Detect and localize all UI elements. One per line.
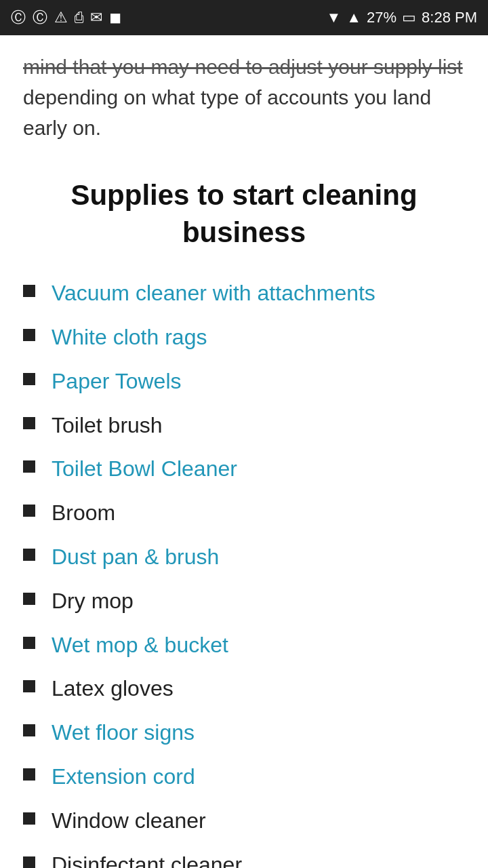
bullet-icon: [23, 593, 35, 605]
main-content: mind that you may need to adjust your su…: [0, 35, 488, 868]
intro-strikethrough: mind that you may need to adjust your su…: [23, 35, 465, 82]
list-item-text[interactable]: Toilet Bowl Cleaner: [52, 454, 237, 484]
list-item-text[interactable]: Wet floor signs: [52, 717, 195, 748]
status-bar-icons: Ⓒ Ⓒ ⚠ ⎙ ✉ ◼: [11, 7, 121, 28]
list-item: Toilet Bowl Cleaner: [23, 447, 465, 491]
list-item: Broom: [23, 491, 465, 535]
list-item: Wet floor signs: [23, 711, 465, 755]
supply-list: Vacuum cleaner with attachmentsWhite clo…: [23, 271, 465, 868]
list-item-text[interactable]: Wet mop & bucket: [52, 630, 228, 660]
list-item: Latex gloves: [23, 667, 465, 711]
bullet-icon: [23, 724, 35, 736]
list-item: Extension cord: [23, 755, 465, 799]
clipboard-icon: ⎙: [75, 9, 83, 26]
battery-level: 27%: [367, 9, 396, 26]
bullet-icon: [23, 373, 35, 385]
pinterest-icon-2: Ⓒ: [33, 7, 47, 28]
bullet-icon: [23, 329, 35, 341]
bullet-icon: [23, 637, 35, 649]
bullet-icon: [23, 768, 35, 781]
alarm-icon: ⚠: [54, 9, 68, 26]
bullet-icon: [23, 505, 35, 517]
list-item-text[interactable]: Vacuum cleaner with attachments: [52, 278, 375, 309]
list-item-text: Window cleaner: [52, 806, 206, 836]
list-item: White cloth rags: [23, 315, 465, 359]
status-bar: Ⓒ Ⓒ ⚠ ⎙ ✉ ◼ ▼ ▲ 27% ▭ 8:28 PM: [0, 0, 488, 35]
list-item: Vacuum cleaner with attachments: [23, 271, 465, 315]
email-icon: ✉: [90, 9, 102, 26]
list-item: Toilet brush: [23, 403, 465, 448]
list-item-text: Disinfectant cleaner: [52, 850, 242, 868]
image-icon: ◼: [109, 9, 121, 26]
bullet-icon: [23, 285, 35, 297]
battery-icon: ▭: [402, 9, 416, 26]
list-item: Disinfectant cleaner: [23, 843, 465, 868]
list-item-text: Broom: [52, 498, 115, 528]
list-item-text[interactable]: Extension cord: [52, 762, 195, 792]
list-item: Dust pan & brush: [23, 535, 465, 579]
bullet-icon: [23, 680, 35, 692]
bullet-icon: [23, 549, 35, 561]
list-item-text: Toilet brush: [52, 410, 163, 441]
list-item: Wet mop & bucket: [23, 623, 465, 667]
section-title: Supplies to start cleaning business: [23, 157, 465, 271]
bullet-icon: [23, 856, 35, 868]
list-item: Paper Towels: [23, 359, 465, 403]
bullet-icon: [23, 417, 35, 429]
list-item-text[interactable]: Paper Towels: [52, 366, 182, 397]
bullet-icon: [23, 812, 35, 825]
pinterest-icon-1: Ⓒ: [11, 7, 26, 28]
signal-icon: ▲: [346, 9, 361, 26]
time: 8:28 PM: [422, 9, 477, 26]
wifi-icon: ▼: [326, 9, 341, 26]
list-item: Dry mop: [23, 579, 465, 623]
list-item-text: Dry mop: [52, 586, 134, 616]
list-item: Window cleaner: [23, 799, 465, 843]
intro-normal: depending on what type of accounts you l…: [23, 82, 465, 157]
list-item-text: Latex gloves: [52, 673, 174, 704]
bullet-icon: [23, 460, 35, 473]
status-bar-right: ▼ ▲ 27% ▭ 8:28 PM: [326, 9, 477, 26]
list-item-text[interactable]: Dust pan & brush: [52, 542, 219, 572]
list-item-text[interactable]: White cloth rags: [52, 322, 207, 353]
